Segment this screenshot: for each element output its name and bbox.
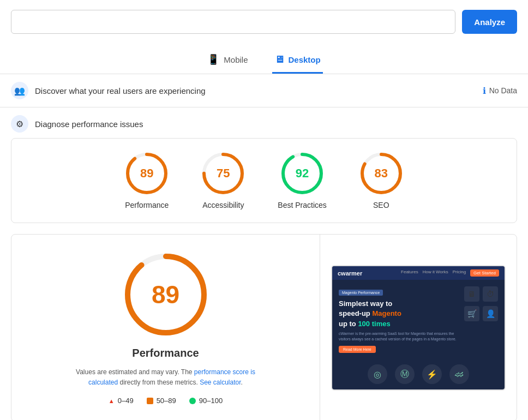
analyze-button[interactable]: Analyze [462, 10, 517, 34]
analysis-left-panel: 89 Performance Values are estimated and … [11, 235, 320, 420]
screenshot-content: Magento Performance Simplest way to spee… [332, 280, 505, 364]
users-icon: 👥 [11, 82, 28, 99]
legend-item-red: ▲ 0–49 [109, 397, 134, 405]
screenshot-header: cwarmer Features How it Works Pricing Ge… [332, 266, 505, 280]
score-label-performance: Performance [125, 201, 169, 209]
screenshot-bottom-icons: ◎ Ⓜ ⚡ 🏎 [332, 364, 505, 389]
analysis-area: 89 Performance Values are estimated and … [11, 234, 517, 420]
nav-item-1: Features [401, 269, 418, 277]
screenshot-preview: cwarmer Features How it Works Pricing Ge… [331, 265, 506, 391]
score-legend: ▲ 0–49 50–89 90–100 [109, 397, 223, 405]
no-data-section: ℹ No Data [483, 86, 517, 96]
legend-range-low: 0–49 [118, 397, 134, 405]
real-users-banner: 👥 Discover what your real users are expe… [0, 74, 528, 107]
device-tabs: 📱 Mobile 🖥 Desktop [0, 44, 528, 74]
score-circle-accessibility: 75 [201, 152, 245, 195]
screenshot-body-text: cWarmer is the pre-warming SaaS tool for… [339, 331, 459, 343]
bottom-icon-2: ⚡ [422, 364, 442, 384]
big-score-label: Performance [132, 347, 199, 359]
diagnose-icon: ⚙ [11, 115, 28, 133]
legend-item-orange: 50–89 [147, 397, 176, 405]
nav-cta-btn: Get Started [470, 269, 499, 277]
score-card-best-practices[interactable]: 92 Best Practices [278, 152, 326, 209]
score-label-seo: SEO [373, 201, 389, 209]
url-input[interactable]: https://www.cwarmer.io/ [11, 10, 455, 34]
score-circle-seo: 83 [359, 152, 403, 195]
screenshot-nav: Features How it Works Pricing Get Starte… [401, 269, 499, 277]
headline-times: 100 times [358, 320, 390, 328]
score-cards-section: 89 Performance 75 Accessibility 92 Best … [11, 138, 517, 223]
tab-mobile[interactable]: 📱 Mobile [205, 48, 250, 74]
headline-magento: Magento [372, 309, 401, 317]
score-card-performance[interactable]: 89 Performance [125, 152, 169, 209]
desktop-icon: 🖥 [274, 54, 284, 65]
url-bar-section: https://www.cwarmer.io/ Analyze [0, 0, 528, 44]
score-circle-performance: 89 [125, 152, 169, 195]
real-users-text: Discover what your real users are experi… [35, 86, 206, 95]
bottom-icon-3: 🏎 [449, 364, 469, 384]
score-value-best-practices: 92 [296, 166, 309, 181]
screenshot-icon-row-2: 🛒 👤 [464, 306, 498, 321]
headline-line3: up to [339, 320, 356, 328]
score-value-performance: 89 [140, 166, 153, 181]
tab-desktop[interactable]: 🖥 Desktop [272, 48, 323, 74]
score-value-accessibility: 75 [217, 166, 230, 181]
score-card-accessibility[interactable]: 75 Accessibility [201, 152, 245, 209]
see-calculator-link[interactable]: See calculator [200, 379, 241, 386]
screenshot-cta: Read More Here [339, 346, 376, 353]
screenshot-tag: Magento Performance [339, 290, 383, 296]
score-description-after: . [241, 379, 243, 386]
no-data-label: No Data [489, 86, 517, 95]
score-description-before: Values are estimated and may vary. The [76, 368, 194, 376]
legend-circle-icon [189, 398, 196, 404]
tab-mobile-label: Mobile [224, 55, 248, 64]
analysis-right-panel: cwarmer Features How it Works Pricing Ge… [320, 235, 517, 420]
screenshot-icon-1: 🖥 [464, 286, 479, 302]
info-circle-icon: ℹ [483, 86, 486, 96]
tab-desktop-label: Desktop [289, 55, 321, 64]
diagnose-row: ⚙ Diagnose performance issues [0, 107, 528, 138]
screenshot-icons-col: 🖥 ⏱ 🛒 👤 [464, 286, 498, 358]
score-value-seo: 83 [375, 166, 388, 181]
score-card-seo[interactable]: 83 SEO [359, 152, 403, 209]
score-circle-best-practices: 92 [280, 152, 324, 195]
screenshot-inner: cwarmer Features How it Works Pricing Ge… [332, 266, 505, 389]
info-row-left: 👥 Discover what your real users are expe… [11, 82, 206, 99]
big-score-value: 89 [152, 280, 179, 309]
score-label-best-practices: Best Practices [278, 201, 326, 209]
score-label-accessibility: Accessibility [202, 201, 244, 209]
legend-triangle-icon: ▲ [109, 398, 115, 404]
big-score-circle: 89 [122, 251, 209, 338]
nav-item-3: Pricing [453, 269, 466, 277]
bottom-icon-magento: Ⓜ [395, 364, 415, 384]
screenshot-icon-4: 👤 [483, 306, 498, 321]
legend-item-green: 90–100 [189, 397, 223, 405]
headline-line1: Simplest way to [339, 299, 392, 308]
screenshot-text-col: Magento Performance Simplest way to spee… [339, 286, 459, 358]
legend-range-mid: 50–89 [157, 397, 176, 405]
screenshot-logo: cwarmer [338, 270, 362, 277]
screenshot-icon-3: 🛒 [464, 306, 479, 321]
bottom-icon-1: ◎ [368, 364, 387, 384]
mobile-icon: 📱 [207, 53, 219, 65]
score-description: Values are estimated and may vary. The p… [62, 367, 269, 388]
headline-line2: speed-up [339, 309, 370, 317]
screenshot-headline: Simplest way to speed-up Magento up to 1… [339, 299, 459, 329]
screenshot-icon-row-1: 🖥 ⏱ [464, 286, 498, 302]
score-description-between: directly from these metrics. [118, 379, 200, 386]
nav-item-2: How it Works [423, 269, 448, 277]
legend-square-icon [147, 398, 153, 404]
screenshot-icon-2: ⏱ [483, 286, 498, 302]
diagnose-title: Diagnose performance issues [35, 119, 143, 129]
legend-range-high: 90–100 [199, 397, 223, 405]
